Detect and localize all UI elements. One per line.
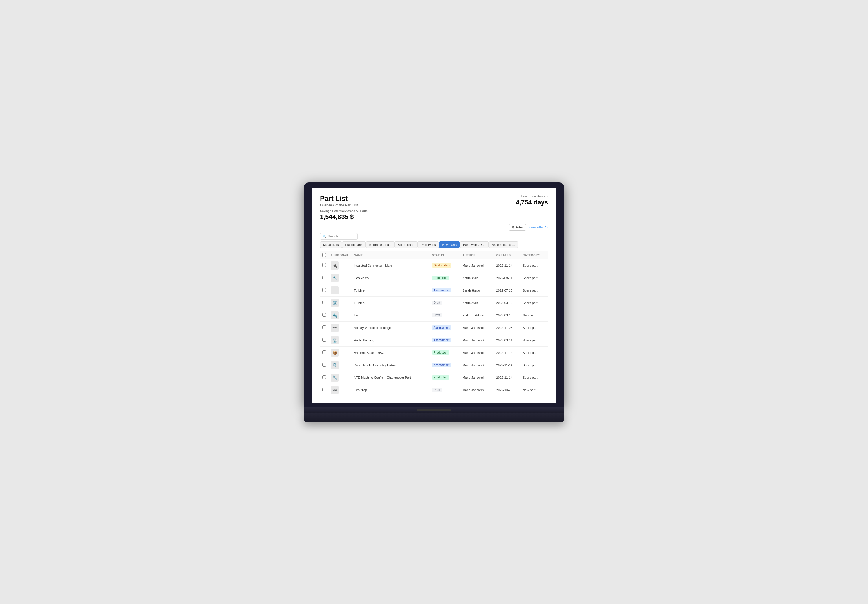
table-row[interactable]: 🔧 NTE Machine Config – Changeover Part P… (320, 371, 548, 384)
row-name: Antenna Base FRISC (352, 346, 430, 359)
search-box[interactable]: 🔍 (320, 233, 358, 240)
row-created: 2023-03-16 (494, 296, 521, 309)
row-checkbox-2[interactable] (322, 288, 326, 292)
page-header: Part List Overview of the Part List Savi… (320, 195, 548, 221)
row-status: Draft (430, 296, 460, 309)
row-thumbnail-cell: 🔧 (328, 272, 352, 284)
row-name: Military Vehicle door hinge (352, 321, 430, 334)
row-checkbox-cell[interactable] (320, 259, 328, 272)
row-checkbox-cell[interactable] (320, 321, 328, 334)
row-checkbox-cell[interactable] (320, 359, 328, 371)
row-name: Turbine (352, 284, 430, 296)
table-body: 🔌 Insulated Connector - Male Qualificati… (320, 259, 548, 396)
row-checkbox-cell[interactable] (320, 384, 328, 396)
status-badge: Production (432, 276, 450, 280)
status-badge: Draft (432, 388, 442, 392)
row-author: Mario Janowick (460, 346, 494, 359)
search-input[interactable] (328, 235, 354, 238)
tag-spare[interactable]: Spare parts (395, 242, 417, 248)
row-checkbox-cell[interactable] (320, 334, 328, 346)
laptop-screen: Part List Overview of the Part List Savi… (312, 187, 556, 403)
part-thumbnail: — (331, 287, 339, 294)
savings-value: 1,544,835 $ (320, 213, 367, 221)
part-thumbnail: ⚙️ (331, 299, 339, 307)
row-created: 2023-03-21 (494, 334, 521, 346)
row-checkbox-7[interactable] (322, 350, 326, 354)
tag-metal[interactable]: Metal parts (320, 242, 342, 248)
row-checkbox-4[interactable] (322, 313, 326, 317)
row-thumbnail-cell: 〰️ (328, 321, 352, 334)
lead-time-value: 4,754 days (516, 199, 548, 206)
row-category: Spare part (520, 371, 548, 384)
row-status: Production (430, 371, 460, 384)
row-checkbox-cell[interactable] (320, 371, 328, 384)
tag-incomplete[interactable]: Incomplete su... (366, 242, 395, 248)
row-status: Assessment (430, 359, 460, 371)
row-name: Radio Backing (352, 334, 430, 346)
table-row[interactable]: ⚙️ Turbine Draft Katrin Avila 2023-03-16… (320, 296, 548, 309)
row-created: 2022-11-14 (494, 346, 521, 359)
row-category: New part (520, 384, 548, 396)
select-all-checkbox[interactable] (322, 253, 326, 257)
row-name: Heat trap (352, 384, 430, 396)
row-created: 2022-10-26 (494, 384, 521, 396)
table-row[interactable]: 🔩 Test Draft Platform Admin 2023-03-13 N… (320, 309, 548, 321)
filter-button[interactable]: ⚙ Filter (509, 224, 526, 231)
status-badge: Assessment (432, 363, 451, 367)
row-checkbox-1[interactable] (322, 276, 326, 279)
row-category: Spare part (520, 321, 548, 334)
row-checkbox-10[interactable] (322, 388, 326, 392)
row-checkbox-3[interactable] (322, 300, 326, 304)
row-checkbox-cell[interactable] (320, 346, 328, 359)
tag-assemblies[interactable]: Assemblies as... (489, 242, 518, 248)
row-status: Qualification (430, 259, 460, 272)
tag-parts2d[interactable]: Parts with 2D ... (460, 242, 489, 248)
row-created: 2022-11-03 (494, 321, 521, 334)
table-row[interactable]: 〰️ Heat trap Draft Mario Janowick 2022-1… (320, 384, 548, 396)
row-checkbox-cell[interactable] (320, 272, 328, 284)
row-category: Spare part (520, 284, 548, 296)
row-status: Assessment (430, 334, 460, 346)
table-row[interactable]: 📡 Radio Backing Assessment Mario Janowic… (320, 334, 548, 346)
app-container: Part List Overview of the Part List Savi… (312, 187, 556, 403)
row-name: NTE Machine Config – Changeover Part (352, 371, 430, 384)
search-icon: 🔍 (322, 235, 327, 238)
table-row[interactable]: 🔧 Geo Valeo Production Katrin Avila 2022… (320, 272, 548, 284)
row-category: Spare part (520, 272, 548, 284)
left-header: Part List Overview of the Part List Savi… (320, 195, 367, 221)
row-checkbox-cell[interactable] (320, 309, 328, 321)
part-thumbnail: 🔧 (331, 373, 339, 382)
tag-plastic[interactable]: Plastic parts (342, 242, 366, 248)
col-name: NAME (352, 251, 430, 259)
table-row[interactable]: 🗜️ Door Handle Assembly Fixture Assessme… (320, 359, 548, 371)
row-author: Mario Janowick (460, 321, 494, 334)
tags-container: Metal partsPlastic partsIncomplete su...… (320, 242, 518, 248)
part-thumbnail: 🔧 (331, 274, 339, 282)
save-filter-button[interactable]: Save Filter As (529, 226, 548, 229)
part-thumbnail: 🔌 (331, 262, 339, 269)
row-category: New part (520, 309, 548, 321)
status-badge: Qualification (432, 263, 451, 268)
filter-icon: ⚙ (512, 226, 515, 229)
table-row[interactable]: 〰️ Military Vehicle door hinge Assessmen… (320, 321, 548, 334)
row-status: Production (430, 272, 460, 284)
filter-label: Filter (516, 226, 523, 229)
tag-new[interactable]: New parts (439, 242, 460, 248)
tag-prototypes[interactable]: Prototypes (417, 242, 439, 248)
lead-time-label: Lead Time Savings (516, 195, 548, 198)
row-checkbox-0[interactable] (322, 263, 326, 267)
row-checkbox-6[interactable] (322, 338, 326, 342)
part-thumbnail: 〰️ (331, 386, 339, 394)
row-checkbox-9[interactable] (322, 375, 326, 379)
row-thumbnail-cell: — (328, 284, 352, 296)
row-checkbox-cell[interactable] (320, 284, 328, 296)
row-checkbox-8[interactable] (322, 363, 326, 367)
table-row[interactable]: — Turbine Assessment Sarah Harbin 2022-0… (320, 284, 548, 296)
row-thumbnail-cell: 🔌 (328, 259, 352, 272)
page-subtitle: Overview of the Part List (320, 203, 367, 207)
row-checkbox-5[interactable] (322, 325, 326, 329)
row-checkbox-cell[interactable] (320, 296, 328, 309)
table-row[interactable]: 📦 Antenna Base FRISC Production Mario Ja… (320, 346, 548, 359)
row-name: Insulated Connector - Male (352, 259, 430, 272)
table-row[interactable]: 🔌 Insulated Connector - Male Qualificati… (320, 259, 548, 272)
